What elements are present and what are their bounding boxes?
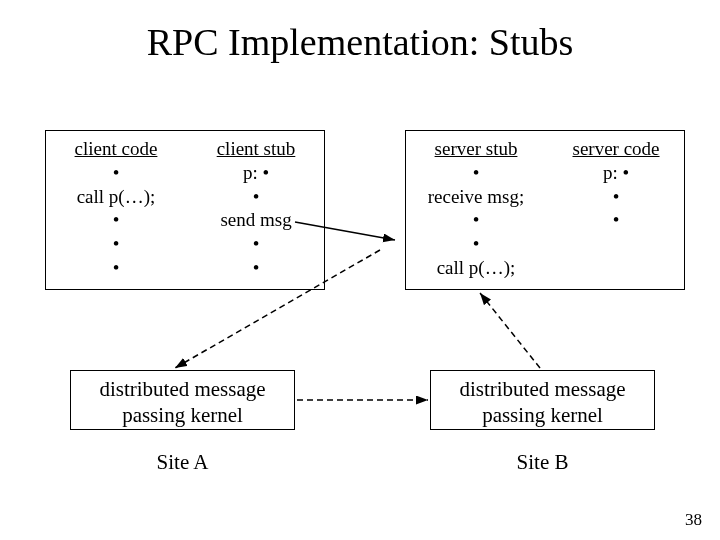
client-code-line: • bbox=[113, 256, 120, 280]
server-stub-line: • bbox=[473, 208, 480, 232]
server-stub-line: • bbox=[473, 232, 480, 256]
client-stub-line: • bbox=[253, 185, 260, 209]
kernel-b-line: passing kernel bbox=[482, 403, 603, 427]
server-stub-line: • bbox=[473, 161, 480, 185]
server-code-line: • bbox=[613, 185, 620, 209]
client-stub-line: p: • bbox=[243, 161, 269, 185]
box-site-b-upper: server stub • receive msg; • • call p(…)… bbox=[405, 130, 685, 290]
arrow-kernel-b-up bbox=[480, 293, 540, 368]
col-client-code: client code • call p(…); • • • bbox=[46, 137, 186, 280]
site-a-label: Site A bbox=[70, 450, 295, 475]
server-code-line: p: • bbox=[603, 161, 629, 185]
box-kernel-b: distributed message passing kernel bbox=[430, 370, 655, 430]
kernel-a-line: distributed message bbox=[99, 377, 265, 401]
slide-title: RPC Implementation: Stubs bbox=[0, 20, 720, 64]
col-server-stub: server stub • receive msg; • • call p(…)… bbox=[406, 137, 546, 280]
server-code-header: server code bbox=[572, 137, 659, 161]
client-stub-line: • bbox=[253, 232, 260, 256]
server-code-line: • bbox=[613, 208, 620, 232]
client-code-line: • bbox=[113, 232, 120, 256]
slide: RPC Implementation: Stubs client code • … bbox=[0, 0, 720, 540]
page-number: 38 bbox=[685, 510, 702, 530]
kernel-b-line: distributed message bbox=[459, 377, 625, 401]
server-stub-line: receive msg; bbox=[428, 185, 525, 209]
client-code-header: client code bbox=[75, 137, 158, 161]
box-site-a-upper: client code • call p(…); • • • client st… bbox=[45, 130, 325, 290]
client-code-line: • bbox=[113, 208, 120, 232]
box-kernel-a: distributed message passing kernel bbox=[70, 370, 295, 430]
col-server-code: server code p: • • • bbox=[546, 137, 686, 232]
server-stub-header: server stub bbox=[435, 137, 518, 161]
client-code-line: • bbox=[113, 161, 120, 185]
client-stub-header: client stub bbox=[217, 137, 296, 161]
client-stub-line: • bbox=[253, 256, 260, 280]
col-client-stub: client stub p: • • send msg • • bbox=[186, 137, 326, 280]
site-b-label: Site B bbox=[430, 450, 655, 475]
server-stub-line: call p(…); bbox=[437, 256, 516, 280]
client-code-line: call p(…); bbox=[77, 185, 156, 209]
kernel-a-line: passing kernel bbox=[122, 403, 243, 427]
client-stub-line: send msg bbox=[220, 208, 291, 232]
